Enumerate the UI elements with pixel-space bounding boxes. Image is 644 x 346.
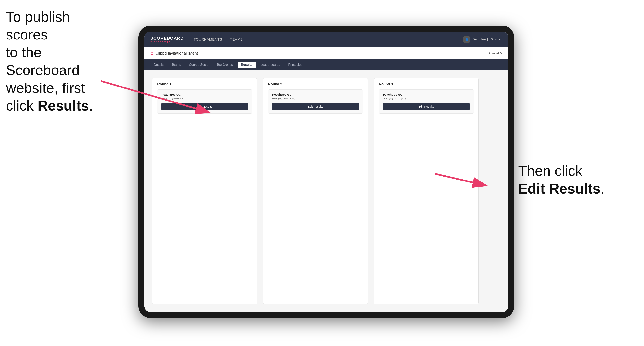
round-1-course-details: Gold (M) (7010 yds) <box>162 97 248 100</box>
round-card-2: Round 2 Peachtree GC Gold (M) (7010 yds)… <box>263 78 368 304</box>
round-2-header: Round 2 Peachtree GC Gold (M) (7010 yds)… <box>263 78 368 117</box>
tablet-screen: SCOREBOARD Powered by clippd TOURNAMENTS… <box>144 32 508 312</box>
tab-course-setup[interactable]: Course Setup <box>186 62 212 68</box>
instruction-right-line2-bold: Edit Results <box>518 181 600 196</box>
tab-nav: Details Teams Course Setup Tee Groups Re… <box>144 59 508 70</box>
edit-results-btn-3[interactable]: Edit Results <box>383 103 470 110</box>
tab-tee-groups[interactable]: Tee Groups <box>213 62 236 68</box>
round-2-course-details: Gold (M) (7010 yds) <box>272 97 359 100</box>
edit-results-btn-2[interactable]: Edit Results <box>272 103 359 110</box>
instruction-line4-prefix: click <box>6 98 38 114</box>
sign-out-link[interactable]: Sign out <box>491 38 502 41</box>
round-3-course-details: Gold (M) (7010 yds) <box>383 97 470 100</box>
user-avatar: 👤 <box>464 36 470 43</box>
instruction-line2: to the Scoreboard <box>6 44 80 78</box>
round-card-1: Round 1 Peachtree GC Gold (M) (7010 yds)… <box>152 78 257 304</box>
cancel-button[interactable]: Cancel ✕ <box>489 51 502 55</box>
instruction-right: Then click Edit Results. <box>518 162 604 197</box>
round-2-course-card: Peachtree GC Gold (M) (7010 yds) Edit Re… <box>268 89 363 114</box>
instruction-line4-bold: Results <box>38 98 89 114</box>
instruction-line1: To publish scores <box>6 9 70 42</box>
round-card-3: Round 3 Peachtree GC Gold (M) (7010 yds)… <box>374 78 479 304</box>
round-3-header: Round 3 Peachtree GC Gold (M) (7010 yds)… <box>374 78 478 117</box>
tab-teams[interactable]: Teams <box>168 62 184 68</box>
instruction-line3: website, first <box>6 80 85 96</box>
round-3-course-name: Peachtree GC <box>383 93 470 96</box>
tournament-name: Clippd Invitational (Men) <box>156 51 198 55</box>
edit-results-btn-1[interactable]: Edit Results <box>162 103 248 110</box>
tab-leaderboards[interactable]: Leaderboards <box>257 62 284 68</box>
tab-details[interactable]: Details <box>150 62 167 68</box>
user-label: Test User | <box>473 38 488 41</box>
instruction-right-line1: Then click <box>518 163 582 179</box>
logo-sub: Powered by clippd <box>150 40 184 43</box>
round-1-course-card: Peachtree GC Gold (M) (7010 yds) Edit Re… <box>157 89 252 114</box>
top-nav-links: TOURNAMENTS TEAMS <box>194 37 464 42</box>
tournament-icon: C <box>150 51 154 56</box>
nav-teams[interactable]: TEAMS <box>230 37 243 42</box>
round-1-header: Round 1 Peachtree GC Gold (M) (7010 yds)… <box>152 78 257 117</box>
nav-tournaments[interactable]: TOURNAMENTS <box>194 37 222 42</box>
round-1-course-name: Peachtree GC <box>162 93 248 96</box>
tab-results[interactable]: Results <box>238 62 256 68</box>
round-1-title: Round 1 <box>157 82 252 86</box>
round-3-course-card: Peachtree GC Gold (M) (7010 yds) Edit Re… <box>379 89 474 114</box>
instruction-line4-suffix: . <box>89 98 93 114</box>
logo-area: SCOREBOARD Powered by clippd <box>150 36 184 43</box>
logo-text: SCOREBOARD <box>150 36 184 40</box>
top-nav: SCOREBOARD Powered by clippd TOURNAMENTS… <box>144 32 508 47</box>
tab-printables[interactable]: Printables <box>284 62 306 68</box>
tournament-title: C Clippd Invitational (Men) <box>150 51 489 56</box>
round-2-course-name: Peachtree GC <box>272 93 359 96</box>
top-nav-right: 👤 Test User | Sign out <box>464 36 502 43</box>
sub-nav: C Clippd Invitational (Men) Cancel ✕ <box>144 47 508 59</box>
instruction-right-line2-suffix: . <box>600 181 604 196</box>
round-3-title: Round 3 <box>379 82 474 86</box>
content-area: Round 1 Peachtree GC Gold (M) (7010 yds)… <box>144 70 508 312</box>
instruction-left: To publish scores to the Scoreboard webs… <box>6 8 109 115</box>
round-2-title: Round 2 <box>268 82 363 86</box>
tablet-device: SCOREBOARD Powered by clippd TOURNAMENTS… <box>138 26 514 318</box>
